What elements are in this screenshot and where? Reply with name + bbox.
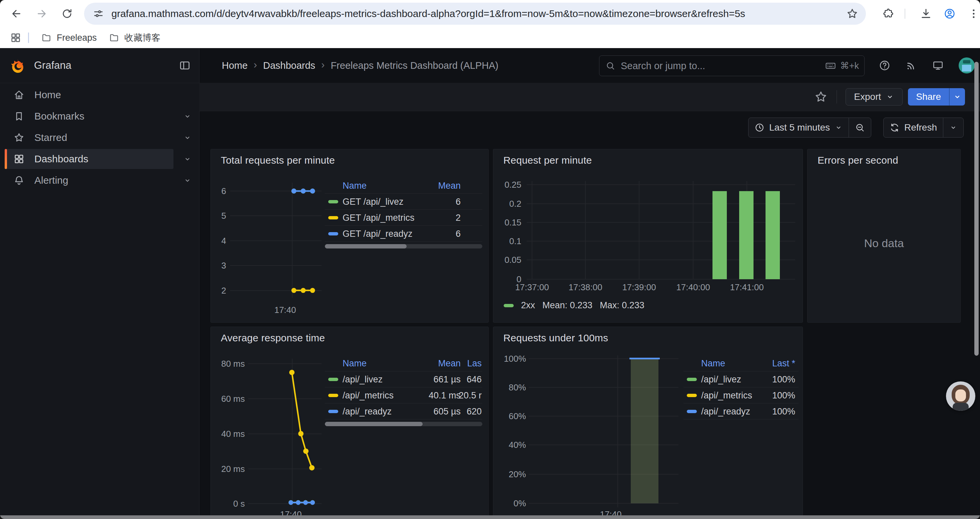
legend-row[interactable]: /api/_metrics40.1 ms20.5 r	[325, 387, 482, 403]
site-info-icon[interactable]	[93, 8, 104, 19]
refresh-interval-button[interactable]	[943, 118, 963, 137]
bookmark-item[interactable]: 收藏博客	[109, 32, 161, 44]
grafana-logo-icon[interactable]	[10, 57, 26, 74]
legend-value: 20.5 r	[459, 390, 482, 401]
legend-scrollbar-thumb[interactable]	[325, 422, 423, 426]
back-icon[interactable]	[7, 5, 25, 23]
legend-header-cell[interactable]: Name	[342, 358, 367, 368]
chevron-down-icon	[183, 176, 192, 185]
legend-row[interactable]: /api/_livez100%	[684, 371, 799, 387]
time-range-picker[interactable]: Last 5 minutes	[749, 118, 849, 137]
clock-icon	[754, 123, 765, 133]
profile-icon[interactable]	[941, 5, 959, 23]
breadcrumb-separator: ›	[253, 59, 257, 71]
panel-title[interactable]: Requests under 100ms	[503, 332, 608, 344]
legend-divider	[325, 419, 482, 420]
y-axis-tick: 100%	[493, 353, 526, 364]
zoom-out-button[interactable]	[849, 118, 871, 137]
sidebar-item-home[interactable]: Home	[0, 84, 199, 105]
breadcrumb-item[interactable]: Freeleaps Metrics Dashboard (ALPHA)	[331, 60, 498, 71]
y-axis-tick: 60 ms	[211, 393, 245, 404]
url-text[interactable]: grafana.mathmast.com/d/deytv4rwavabkb/fr…	[111, 8, 846, 19]
sidebar-item-alerting[interactable]: Alerting	[0, 170, 199, 191]
legend-series-name[interactable]: GET /api/_metrics	[342, 212, 415, 223]
legend-row[interactable]: /api/_readyz100%	[684, 404, 799, 419]
export-button[interactable]: Export	[846, 88, 903, 105]
user-avatar[interactable]	[959, 57, 975, 73]
legend-row[interactable]: GET /api/_metrics2	[325, 210, 482, 225]
legend-scrollbar[interactable]	[325, 422, 482, 426]
dashboard-header: Export Share	[199, 83, 980, 111]
legend-header-cell[interactable]: Last *	[772, 358, 795, 368]
legend-header-cell[interactable]: Name	[701, 358, 725, 368]
panel-average-response-time[interactable]: Average response time 80 ms60 ms40 ms20 …	[210, 327, 488, 519]
y-axis-tick: 20 ms	[211, 463, 245, 474]
sidebar-item-bookmarks[interactable]: Bookmarks	[0, 105, 199, 127]
forward-icon[interactable]	[33, 5, 51, 23]
help-icon[interactable]	[878, 59, 891, 72]
floating-assistant-avatar[interactable]	[946, 382, 975, 411]
legend-series-name[interactable]: 2xx	[521, 300, 535, 311]
legend-series-name[interactable]: /api/_metrics	[701, 390, 752, 401]
legend-series-name[interactable]: GET /api/_readyz	[342, 228, 413, 239]
chart-total-requests: 6543217:40NameMeanGET /api/_livez6GET /a…	[211, 149, 488, 322]
url-bar[interactable]: grafana.mathmast.com/d/deytv4rwavabkb/fr…	[84, 3, 866, 25]
breadcrumb-item[interactable]: Home	[222, 60, 248, 71]
legend-series-name[interactable]: GET /api/_livez	[342, 196, 404, 207]
search-input[interactable]: Search or jump to... ⌘+k	[599, 56, 865, 76]
breadcrumb-item[interactable]: Dashboards	[263, 60, 315, 71]
legend-header-cell[interactable]: Mean	[438, 358, 461, 368]
panel-errors-per-second[interactable]: Errors per second No data	[807, 149, 961, 323]
y-axis-tick: 0%	[493, 498, 526, 509]
legend-scrollbar-thumb[interactable]	[325, 244, 407, 249]
favorite-star-icon[interactable]	[814, 90, 828, 104]
avatar-face	[955, 390, 966, 401]
panel-total-requests-per-minute[interactable]: Total requests per minute 6543217:40Name…	[210, 149, 488, 323]
legend-row[interactable]: /api/_readyz605 µs620	[325, 404, 482, 419]
reload-icon[interactable]	[58, 5, 76, 23]
legend-row[interactable]: /api/_metrics100%	[684, 387, 799, 403]
rss-icon[interactable]	[905, 59, 917, 72]
panel-requests-under-100ms[interactable]: Requests under 100ms 100%80%60%40%20%0%1…	[493, 327, 803, 519]
legend-row[interactable]: GET /api/_livez6	[325, 194, 482, 209]
refresh-button[interactable]: Refresh	[884, 118, 943, 137]
legend-row[interactable]: /api/_livez661 µs646	[325, 371, 482, 387]
bookmark-star-icon[interactable]	[846, 7, 859, 20]
panel-title[interactable]: Request per minute	[503, 155, 592, 166]
legend-series-name[interactable]: /api/_readyz	[701, 406, 750, 417]
page-scrollbar[interactable]	[974, 62, 978, 356]
apps-grid-icon[interactable]	[10, 32, 21, 43]
bookmark-item[interactable]: Freeleaps	[41, 32, 97, 43]
search-placeholder: Search or jump to...	[621, 61, 825, 72]
sidebar-item-starred[interactable]: Starred	[0, 127, 199, 148]
panel-title[interactable]: Errors per second	[818, 155, 898, 166]
x-axis-tick: 17:40:00	[663, 282, 723, 292]
y-axis-tick: 40%	[493, 439, 526, 450]
legend-series-name[interactable]: /api/_metrics	[342, 390, 394, 401]
sidebar-item-dashboards[interactable]: Dashboards	[0, 148, 199, 170]
legend-row[interactable]: GET /api/_readyz6	[325, 226, 482, 241]
extensions-icon[interactable]	[879, 5, 897, 23]
panel-request-per-minute[interactable]: Request per minute 0.250.20.150.10.05017…	[493, 149, 803, 323]
share-button[interactable]: Share	[908, 88, 949, 105]
downloads-icon[interactable]	[917, 5, 935, 23]
chevron-down-icon	[835, 124, 843, 132]
legend-header-cell[interactable]: Mean	[438, 180, 461, 191]
browser-menu-icon[interactable]	[965, 5, 980, 23]
panel-legend[interactable]: 2xxMean: 0.233Max: 0.233	[504, 300, 644, 311]
brand-title[interactable]: Grafana	[34, 59, 72, 72]
legend-series-name[interactable]: /api/_readyz	[342, 406, 391, 417]
legend-header-cell[interactable]: Las	[467, 358, 482, 368]
monitor-icon[interactable]	[932, 59, 944, 72]
legend-series-name[interactable]: /api/_livez	[342, 374, 383, 385]
legend-divider	[325, 241, 482, 242]
legend-scrollbar[interactable]	[325, 244, 482, 249]
legend-header-cell[interactable]: Name	[342, 180, 367, 191]
y-axis-tick: 40 ms	[211, 428, 245, 439]
legend-series-name[interactable]: /api/_livez	[701, 374, 741, 385]
panel-title[interactable]: Total requests per minute	[221, 155, 335, 166]
y-axis-tick: 0.2	[493, 198, 521, 209]
sidebar-toggle-icon[interactable]	[179, 59, 191, 72]
share-menu-button[interactable]	[949, 88, 965, 105]
panel-title[interactable]: Average response time	[221, 332, 325, 344]
